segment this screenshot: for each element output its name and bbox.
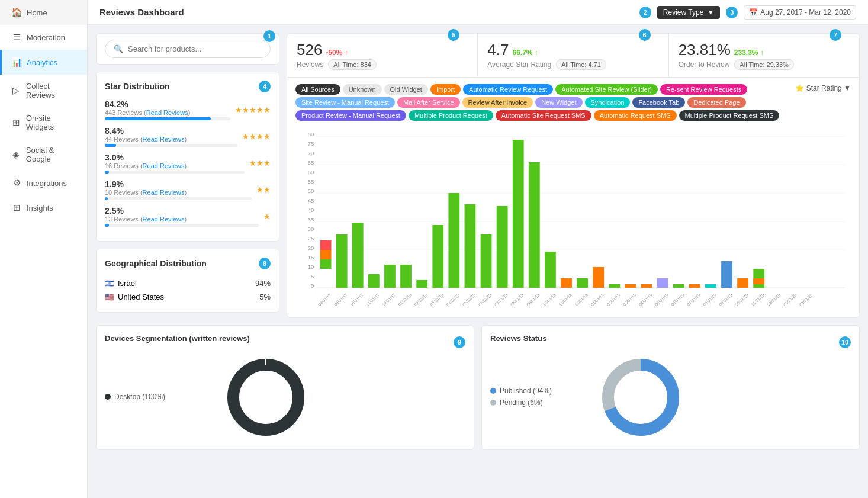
- svg-text:05/01/18: 05/01/18: [462, 293, 477, 307]
- svg-rect-26: [320, 240, 332, 250]
- stat-order-review: 7 23.81% 233.3% ↑ Order to Review All Ti…: [669, 33, 860, 78]
- read-reviews-link[interactable]: Read Reviews: [146, 109, 188, 116]
- sidebar-item-home[interactable]: 🏠 Home: [0, 0, 87, 25]
- star-bar-inner: [105, 171, 109, 174]
- reviews-label: Reviews: [297, 60, 323, 69]
- status-donut-area: Published (94%) Pending (6%): [490, 356, 851, 441]
- filter-tag-12[interactable]: Facebook Tab: [632, 97, 685, 108]
- svg-rect-29: [352, 223, 364, 288]
- sidebar-item-integrations[interactable]: ⚙ Integrations: [0, 171, 87, 195]
- search-input[interactable]: [128, 44, 262, 53]
- svg-text:50: 50: [308, 188, 314, 194]
- star-bar-outer: [105, 171, 245, 174]
- badge-1: 1: [263, 30, 275, 42]
- geo-rows: 🇮🇱 Israel 94% 🇺🇸 United States 5%: [105, 277, 271, 304]
- star-row-2: 8.4% 44 Reviews (Read Reviews) ★★★★: [105, 126, 271, 147]
- devices-title: Devices Segmentation (written reviews): [105, 334, 250, 343]
- star-bar-inner: [105, 197, 108, 200]
- filter-tag-4[interactable]: Automatic Review Request: [463, 84, 553, 95]
- search-card: 🔍 1: [96, 33, 279, 65]
- date-range-text: Aug 27, 2017 - Mar 12, 2020: [760, 8, 851, 17]
- star-bar-outer: [105, 117, 230, 120]
- filter-tag-3[interactable]: Import: [430, 84, 461, 95]
- filter-tag-6[interactable]: Re-sent Review Requests: [660, 84, 747, 95]
- stat-reviews: 5 526 -50% ↑ Reviews All Time: 834: [287, 33, 478, 78]
- sidebar: 🏠 Home ☰ Moderation 📊 Analytics ▷ Collec…: [0, 0, 88, 498]
- filter-tag-17[interactable]: Automatic Request SMS: [594, 110, 677, 121]
- order-label: Order to Review: [679, 60, 730, 69]
- read-reviews-link[interactable]: Read Reviews: [143, 189, 185, 196]
- svg-text:03/01/18: 03/01/18: [429, 293, 445, 307]
- star-filter[interactable]: ⭐ Star Rating ▼: [795, 84, 851, 92]
- svg-text:07/01/19: 07/01/19: [686, 293, 702, 307]
- review-type-dropdown[interactable]: Review Type ▼: [657, 6, 720, 19]
- svg-rect-25: [320, 250, 332, 259]
- geo-percentage: 94%: [255, 279, 271, 288]
- legend-published: Published (94%): [490, 387, 552, 395]
- svg-text:5: 5: [311, 274, 314, 279]
- sidebar-label-integrations: Integrations: [27, 179, 67, 188]
- svg-text:11/01/18: 11/01/18: [558, 293, 573, 307]
- filter-tag-13[interactable]: Dedicated Page: [687, 97, 745, 108]
- filter-tag-0[interactable]: All Sources: [295, 84, 340, 95]
- sidebar-item-collect-reviews[interactable]: ▷ Collect Reviews: [0, 75, 87, 107]
- star-label: Average Star Rating: [487, 60, 551, 69]
- filter-tag-2[interactable]: Old Widget: [384, 84, 428, 95]
- star-bar-outer: [105, 197, 252, 200]
- filter-tag-7[interactable]: Site Review - Manual Request: [295, 97, 395, 108]
- filter-tag-15[interactable]: Multiple Product Request: [409, 110, 493, 121]
- badge-3: 3: [726, 7, 738, 18]
- svg-rect-40: [529, 162, 540, 288]
- svg-text:65: 65: [308, 160, 314, 166]
- svg-rect-44: [593, 267, 604, 288]
- order-all-time: All Time: 29.33%: [734, 59, 794, 70]
- star-bar-inner: [105, 117, 211, 120]
- svg-text:70: 70: [308, 150, 314, 156]
- sidebar-item-insights[interactable]: ⊞ Insights: [0, 195, 87, 220]
- order-change: 233.3% ↑: [734, 49, 764, 57]
- date-range-picker[interactable]: 📅 Aug 27, 2017 - Mar 12, 2020: [744, 5, 856, 20]
- sidebar-item-moderation[interactable]: ☰ Moderation: [0, 25, 87, 50]
- stat-star-rating: 6 4.7 66.7% ↑ Average Star Rating All Ti…: [478, 33, 668, 78]
- svg-text:02/01/19: 02/01/19: [606, 293, 621, 307]
- filter-tag-18[interactable]: Multiple Product Request SMS: [679, 110, 780, 121]
- filter-tag-9[interactable]: Review After Invoice: [462, 97, 533, 108]
- filter-tag-11[interactable]: Syndication: [585, 97, 631, 108]
- moderation-icon: ☰: [11, 32, 22, 43]
- svg-text:08/01/18: 08/01/18: [510, 293, 525, 307]
- filter-tag-14[interactable]: Product Review - Manual Request: [295, 110, 406, 121]
- star-all-time: All Time: 4.71: [556, 59, 606, 70]
- svg-text:15: 15: [308, 255, 314, 261]
- page-title: Reviews Dashboard: [99, 7, 184, 17]
- reviews-change: -50% ↑: [326, 49, 348, 57]
- read-reviews-link[interactable]: Read Reviews: [143, 216, 185, 223]
- star-bar-outer: [105, 224, 259, 227]
- search-box[interactable]: 🔍: [105, 40, 271, 58]
- published-dot: [490, 388, 496, 394]
- star-pct: 8.4%: [105, 126, 237, 136]
- main-area: Reviews Dashboard 2 Review Type ▼ 3 📅 Au…: [88, 0, 868, 498]
- svg-rect-45: [609, 284, 620, 288]
- filter-tag-8[interactable]: Mail After Service: [397, 97, 460, 108]
- svg-text:11/01/19: 11/01/19: [750, 293, 766, 307]
- filter-tag-10[interactable]: New Widget: [535, 97, 582, 108]
- svg-rect-34: [432, 225, 443, 288]
- sidebar-item-analytics[interactable]: 📊 Analytics: [0, 50, 87, 75]
- svg-text:01/01/19: 01/01/19: [590, 293, 605, 307]
- filter-tag-5[interactable]: Automated Site Review (Slider): [555, 84, 658, 95]
- read-reviews-link[interactable]: Read Reviews: [143, 162, 185, 169]
- star-rows: 84.2% 443 Reviews (Read Reviews) ★★★★★ 8…: [105, 99, 271, 227]
- right-panel: 5 526 -50% ↑ Reviews All Time: 834 6: [287, 33, 860, 318]
- desktop-label: Desktop (100%): [114, 393, 165, 401]
- svg-text:10/01/19: 10/01/19: [734, 293, 750, 307]
- filter-tag-16[interactable]: Automatic Site Request SMS: [496, 110, 591, 121]
- devices-donut-chart: [224, 356, 307, 441]
- read-reviews-link[interactable]: Read Reviews: [143, 136, 185, 143]
- svg-text:40: 40: [308, 207, 314, 213]
- filter-tag-1[interactable]: Unknown: [343, 84, 382, 95]
- sidebar-label-social: Social & Google: [26, 146, 78, 163]
- bar-chart: 80 75 70 65 60 55 50 45 40 35 30 25: [295, 128, 851, 311]
- sidebar-item-social-google[interactable]: ◈ Social & Google: [0, 139, 87, 171]
- sidebar-label-widgets: On-site Widgets: [26, 114, 78, 131]
- sidebar-item-onsite-widgets[interactable]: ⊞ On-site Widgets: [0, 107, 87, 139]
